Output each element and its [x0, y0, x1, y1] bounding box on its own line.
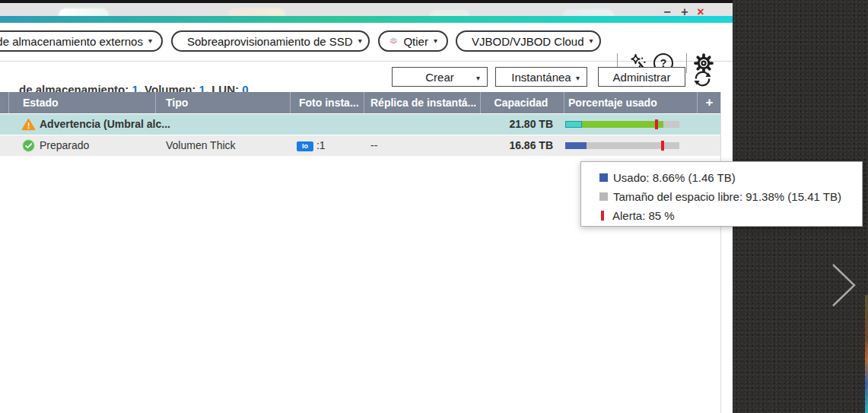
titlebar: − + ×	[0, 3, 733, 16]
row-snapshot: Io :1	[297, 135, 326, 156]
accent-bar	[0, 16, 733, 23]
table-row-pool-warning[interactable]: Advertencia (Umbral alc... 21.80 TB	[0, 114, 720, 135]
ssd-overprovisioning-button[interactable]: Sobreaprovisionamiento de SSD ▾	[171, 30, 370, 52]
external-storage-button[interactable]: de almacenamiento externos ▾	[0, 30, 163, 52]
create-button[interactable]: Crear ▾	[392, 67, 488, 87]
toolbar: de almacenamiento externos ▾ Sobreaprovi…	[0, 23, 733, 62]
background-blur-pill	[430, 10, 469, 16]
desktop-icon-edge	[865, 295, 868, 413]
refresh-button[interactable]	[691, 67, 714, 90]
usage-bar[interactable]	[565, 121, 679, 128]
header-separator	[564, 92, 564, 113]
chevron-down-icon: ▾	[148, 37, 152, 45]
usage-bar-used-segment	[565, 142, 587, 149]
qtier-layers-icon	[389, 33, 398, 49]
tooltip-free-line: Tamaño del espacio libre: 91.38% (15.41 …	[599, 187, 862, 206]
row-capacity: 21.80 TB	[449, 114, 553, 135]
free-legend-swatch	[599, 192, 608, 201]
header-separator	[480, 92, 481, 113]
header-separator	[155, 92, 156, 113]
manage-label: Administrar	[613, 71, 671, 84]
header-porcentaje-usado[interactable]: Porcentaje usado	[568, 92, 657, 113]
chevron-down-icon: ▾	[434, 37, 437, 45]
row-capacity: 16.86 TB	[449, 135, 553, 156]
row-type: Volumen Thick	[166, 135, 236, 156]
background-blur-pill	[563, 9, 614, 16]
ssd-overprovisioning-label: Sobreaprovisionamiento de SSD	[187, 35, 353, 48]
alert-threshold-tick	[661, 141, 664, 151]
external-storage-label: de almacenamiento externos	[0, 35, 143, 48]
header-capacidad[interactable]: Capacidad	[482, 92, 561, 113]
header-separator	[290, 92, 291, 113]
vjbod-label: VJBOD/VJBOD Cloud	[472, 35, 584, 48]
toolbar-divider	[686, 53, 687, 73]
table-row-volume-ready[interactable]: Preparado Volumen Thick Io :1 -- 16.86 T…	[0, 135, 720, 156]
table-edge-line	[720, 92, 721, 413]
snapshot-label: Instantánea	[511, 71, 571, 84]
usage-bar-snapshot-segment	[565, 121, 582, 128]
header-separator	[364, 92, 364, 113]
tooltip-alert-line: Alerta: 85 %	[599, 206, 862, 225]
header-tipo[interactable]: Tipo	[166, 92, 188, 113]
header-foto-instantanea[interactable]: Foto insta...	[299, 92, 359, 113]
warning-icon	[21, 117, 36, 132]
background-blur-pill	[59, 8, 109, 16]
row-status: Advertencia (Umbral alc...	[40, 114, 170, 135]
vjbod-button[interactable]: VJBOD/VJBOD Cloud ▾	[456, 30, 601, 52]
header-replica[interactable]: Réplica de instantá...	[370, 92, 476, 113]
row-status: Preparado	[40, 135, 89, 156]
chevron-down-icon: ▾	[576, 75, 580, 82]
chevron-down-icon: ▾	[358, 37, 362, 45]
tooltip-free-text: Tamaño del espacio libre: 91.38% (15.41 …	[613, 190, 841, 203]
chevron-down-icon: ▾	[590, 37, 593, 45]
screen: − + × de almacenamiento externos ▾ Sobre…	[0, 0, 868, 413]
snapshot-button[interactable]: Instantánea ▾	[495, 67, 587, 87]
tooltip-used-text: Usado: 8.66% (1.46 TB)	[613, 171, 736, 184]
usage-bar-used-segment	[582, 121, 663, 128]
table-header: Estado Tipo Foto insta... Réplica de ins…	[0, 92, 720, 113]
header-separator	[8, 92, 9, 113]
background-blur-pill	[228, 8, 285, 16]
create-label: Crear	[425, 71, 454, 84]
manage-button[interactable]: Administrar	[598, 67, 685, 87]
ready-check-icon	[21, 138, 36, 153]
tooltip-alert-text: Alerta: 85 %	[612, 209, 675, 222]
header-separator	[697, 92, 698, 113]
row-replica: --	[370, 135, 377, 156]
refresh-icon	[692, 68, 713, 89]
qtier-label: Qtier	[403, 35, 428, 48]
used-legend-swatch	[599, 173, 608, 182]
snapshot-count: :1	[316, 139, 326, 151]
header-estado[interactable]: Estado	[23, 92, 59, 113]
snapshot-badge-icon: Io	[297, 141, 313, 151]
usage-tooltip: Usado: 8.66% (1.46 TB) Tamaño del espaci…	[580, 161, 863, 227]
chevron-down-icon: ▾	[476, 75, 480, 82]
desktop-next-chevron-icon[interactable]	[825, 259, 863, 312]
alert-threshold-tick	[655, 119, 658, 129]
tooltip-used-line: Usado: 8.66% (1.46 TB)	[599, 168, 862, 187]
add-column-button[interactable]: +	[698, 92, 720, 113]
alert-legend-tick	[601, 211, 604, 221]
qtier-button[interactable]: Qtier ▾	[378, 30, 448, 52]
usage-bar[interactable]	[565, 142, 679, 149]
